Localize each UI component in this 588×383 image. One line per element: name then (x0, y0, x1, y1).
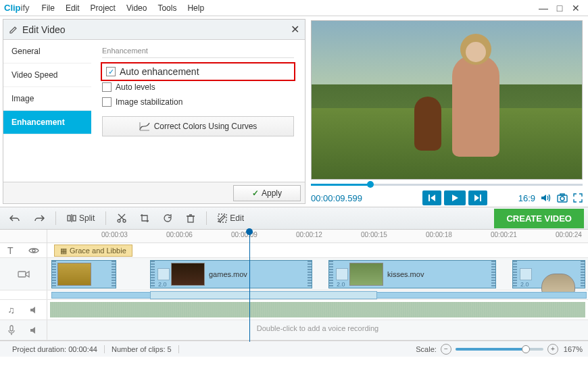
track-audio: ♫ (0, 300, 588, 320)
fullscreen-icon[interactable] (573, 193, 583, 203)
rotate-button[interactable] (157, 211, 178, 226)
visibility-icon[interactable] (28, 247, 39, 255)
checkbox-auto-levels[interactable]: Auto levels (102, 80, 294, 95)
correct-colors-curves-button[interactable]: Correct Colors Using Curves (102, 116, 294, 136)
checkbox-icon: ✓ (106, 67, 116, 76)
zoom-in-button[interactable]: + (547, 344, 558, 355)
track-title: T ▦ Grace and Libbie (0, 243, 588, 258)
video-clip[interactable]: kisses.mov (328, 260, 496, 288)
tab-video-speed[interactable]: Video Speed (3, 63, 91, 87)
toolbar: Split Edit CREATE VIDEO (0, 207, 588, 230)
title-clip-label: Grace and Libbie (70, 247, 126, 255)
voice-prompt: Double-click to add a voice recording (47, 324, 588, 332)
menu-file[interactable]: File (36, 3, 60, 13)
status-clip-count: Number of clips: 5 (105, 345, 179, 353)
svg-rect-11 (218, 214, 226, 222)
aspect-ratio[interactable]: 16:9 (518, 193, 535, 203)
timeline-ruler[interactable]: 00:00:0300:00:0600:00:0900:00:1200:00:15… (0, 230, 588, 243)
menu-video[interactable]: Video (121, 3, 152, 13)
window-close-button[interactable]: ✕ (568, 3, 584, 14)
timecode: 00:00:09.599 (311, 193, 392, 203)
curves-button-label: Correct Colors Using Curves (154, 122, 258, 131)
transition-icon[interactable] (336, 268, 348, 280)
video-track-icon (18, 270, 30, 279)
zoom-out-button[interactable]: − (441, 344, 451, 355)
checkbox-image-stabilization[interactable]: Image stabilization (102, 95, 294, 109)
svg-rect-14 (10, 326, 13, 331)
edit-video-panel: Edit Video ✕ General Video Speed Image E… (3, 19, 305, 204)
title-icon: ▦ (60, 247, 67, 255)
volume-icon[interactable] (541, 193, 552, 203)
title-clip[interactable]: ▦ Grace and Libbie (54, 245, 132, 257)
checkbox-auto-enhancement[interactable]: ✓ Auto enhancement (102, 63, 294, 80)
zoom-slider[interactable] (456, 348, 543, 351)
ruler-mark: 00:00:06 (166, 231, 193, 238)
svg-rect-1 (480, 195, 481, 201)
timeline-selection[interactable] (150, 291, 377, 299)
edit-label: Edit (230, 213, 244, 223)
check-icon: ✓ (252, 188, 259, 198)
video-clip[interactable] (51, 260, 116, 288)
split-button[interactable]: Split (62, 211, 100, 226)
ruler-mark: 00:00:09 (231, 231, 258, 238)
ruler-mark: 00:00:18 (426, 231, 452, 238)
edit-icon (9, 25, 18, 34)
transition-icon[interactable] (157, 268, 170, 280)
playhead[interactable] (249, 230, 250, 342)
svg-rect-6 (73, 215, 76, 221)
menu-edit[interactable]: Edit (60, 3, 85, 13)
checkbox-icon (102, 97, 112, 107)
create-video-button[interactable]: CREATE VIDEO (494, 209, 584, 228)
next-button[interactable] (468, 190, 487, 205)
checkbox-label: Auto levels (116, 82, 155, 92)
cut-button[interactable] (112, 211, 132, 226)
voice-mute-icon[interactable] (30, 326, 39, 334)
panel-close-button[interactable]: ✕ (291, 23, 299, 36)
apply-button[interactable]: ✓ Apply (233, 185, 301, 201)
scale-label: Scale: (416, 345, 437, 353)
audio-mute-icon[interactable] (30, 306, 39, 314)
split-label: Split (79, 213, 95, 223)
preview-pane: 00:00:09.599 16:9 (305, 16, 588, 207)
checkbox-label: Image stabilization (116, 97, 182, 107)
track-voice: Double-click to add a voice recording (0, 320, 588, 340)
menu-tools[interactable]: Tools (152, 3, 182, 13)
timeline: 00:00:0300:00:0600:00:0900:00:1200:00:15… (0, 230, 588, 340)
audio-waveform[interactable] (50, 302, 585, 317)
menu-project[interactable]: Project (85, 3, 121, 13)
tab-general[interactable]: General (3, 40, 91, 63)
music-track-icon: ♫ (7, 305, 15, 315)
svg-rect-0 (428, 195, 430, 201)
redo-button[interactable] (28, 211, 50, 226)
edit-button[interactable]: Edit (212, 211, 249, 226)
tab-enhancement[interactable]: Enhancement (3, 111, 91, 134)
clip-thumbnail (349, 263, 383, 286)
scrub-bar[interactable] (311, 181, 583, 188)
track-video-bar (0, 290, 588, 300)
app-logo: Clipify (4, 3, 30, 13)
delete-button[interactable] (180, 211, 201, 226)
video-clip[interactable] (512, 260, 585, 288)
text-track-icon: T (7, 245, 14, 256)
prev-button[interactable] (422, 190, 441, 205)
crop-button[interactable] (134, 211, 155, 226)
play-button[interactable] (444, 190, 466, 205)
panel-tabs: General Video Speed Image Enhancement (3, 40, 91, 182)
voice-lane[interactable]: Double-click to add a voice recording (47, 320, 588, 340)
clip-label: games.mov (209, 270, 247, 278)
apply-label: Apply (262, 188, 282, 198)
clip-thumbnail (57, 263, 91, 286)
clip-thumbnail (171, 263, 205, 286)
svg-point-12 (32, 249, 35, 252)
undo-button[interactable] (4, 211, 26, 226)
tab-image[interactable]: Image (3, 87, 91, 111)
video-clip[interactable]: games.mov (150, 260, 312, 288)
transition-icon[interactable] (520, 268, 532, 280)
menu-bar: Clipify File Edit Project Video Tools He… (0, 0, 588, 16)
menu-help[interactable]: Help (182, 3, 210, 13)
snapshot-icon[interactable] (557, 193, 568, 203)
svg-rect-5 (68, 215, 70, 221)
window-minimize-button[interactable]: — (535, 3, 552, 14)
video-preview[interactable] (311, 20, 583, 180)
window-maximize-button[interactable]: □ (552, 3, 568, 14)
